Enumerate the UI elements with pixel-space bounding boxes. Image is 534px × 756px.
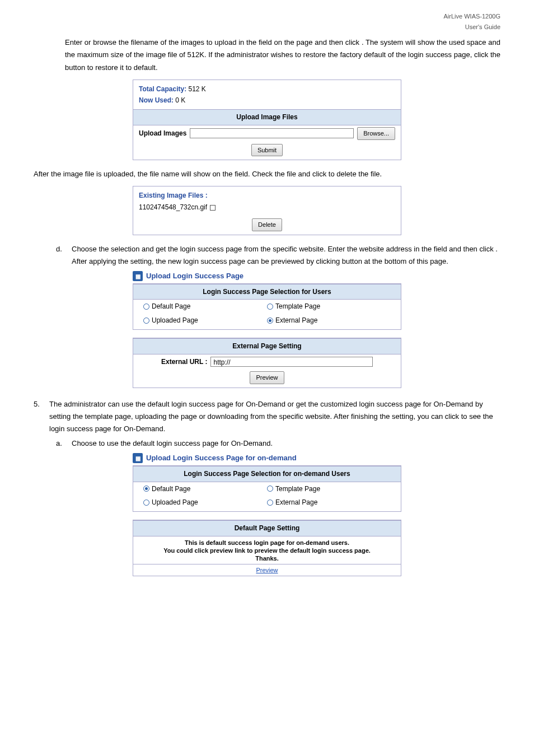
item-a-body: Choose to use the default login success … xyxy=(72,437,500,450)
text: field and then click xyxy=(434,245,496,253)
text: to use the default login success page fo… xyxy=(99,439,273,447)
text: The administrator can use the default lo… xyxy=(49,400,483,421)
option-default-page-od[interactable]: Default Page xyxy=(143,483,267,494)
upload-images-label: Upload Images xyxy=(139,128,186,139)
item-d-body: Choose the selection and get the login s… xyxy=(72,243,500,268)
text: button to restore it to default. xyxy=(65,63,158,72)
external-page-setting-panel: External Page Setting External URL : htt… xyxy=(133,338,401,388)
option-external-page-od[interactable]: External Page xyxy=(267,497,391,508)
delete-button[interactable]: Delete xyxy=(252,218,282,231)
file-checkbox[interactable] xyxy=(210,205,216,211)
option-label: Uploaded Page xyxy=(152,497,198,508)
grid-icon: ▦ xyxy=(133,271,143,281)
option-label: External Page xyxy=(275,497,317,508)
text: Choose xyxy=(72,439,99,447)
label: Total Capacity: xyxy=(139,85,186,93)
product-name: AirLive WIAS-1200G xyxy=(34,11,500,22)
option-external-page[interactable]: External Page xyxy=(267,315,391,326)
paragraph-after-upload: After the image file is uploaded, the fi… xyxy=(34,168,500,180)
text: Choose the xyxy=(72,245,111,253)
option-uploaded-page-od[interactable]: Uploaded Page xyxy=(143,497,267,508)
upload-section-title: Upload Image Files xyxy=(133,109,401,125)
external-title: External Page Setting xyxy=(133,338,401,354)
existing-files-title: Existing Image Files : xyxy=(139,192,208,199)
option-label: Default Page xyxy=(152,301,190,312)
existing-file-row: 1102474548_732cn.gif xyxy=(139,202,395,213)
option-label: Default Page xyxy=(152,483,190,494)
existing-image-panel: Existing Image Files : 1102474548_732cn.… xyxy=(133,186,401,235)
selection-title: Login Success Page Selection for on-dema… xyxy=(133,466,401,482)
text: button at the bottom of this page. xyxy=(342,257,448,265)
text: After the image file is uploaded, the fi… xyxy=(34,170,235,178)
text: field. Check the file and click xyxy=(235,170,329,178)
option-label: External Page xyxy=(275,315,317,326)
upload-file-input[interactable] xyxy=(190,128,354,138)
option-template-page[interactable]: Template Page xyxy=(267,301,391,312)
login-success-selection-panel: Login Success Page Selection for Users D… xyxy=(133,283,401,330)
msg-line: You could click preview link to preview … xyxy=(137,547,397,554)
upload-login-success-heading: ▦ Upload Login Success Page xyxy=(133,270,401,282)
text: page and then click xyxy=(297,38,362,46)
option-label: Uploaded Page xyxy=(152,315,198,326)
grid-icon: ▦ xyxy=(133,453,143,463)
submit-button[interactable]: Submit xyxy=(251,144,283,157)
browse-button[interactable]: Browse... xyxy=(357,127,395,140)
existing-file-name: 1102474548_732cn.gif xyxy=(139,203,207,211)
value: 0 K xyxy=(175,96,185,104)
paragraph-upload-intro: Enter or browse the filename of the imag… xyxy=(65,36,500,73)
label: Now Used: xyxy=(139,96,174,104)
heading-text: Upload Login Success Page for on-demand xyxy=(146,452,297,464)
preview-button[interactable]: Preview xyxy=(250,371,284,384)
external-url-label: External URL : xyxy=(161,356,207,367)
ondemand-selection-panel: Login Success Page Selection for on-dema… xyxy=(133,465,401,512)
text: selection and get the login success page… xyxy=(111,245,434,253)
option-uploaded-page[interactable]: Uploaded Page xyxy=(143,315,267,326)
msg-line: Thanks. xyxy=(137,554,397,562)
text: Enter or browse the filename of the imag… xyxy=(65,38,259,46)
list-marker-a: a. xyxy=(56,437,64,450)
list-marker-d: d. xyxy=(56,243,64,268)
default-page-setting-panel: Default Page Setting This is default suc… xyxy=(133,520,401,576)
option-default-page[interactable]: Default Page xyxy=(143,301,267,312)
doc-header: AirLive WIAS-1200G User's Guide xyxy=(34,11,500,32)
default-title: Default Page Setting xyxy=(133,520,401,536)
list-marker-5: 5. xyxy=(34,398,41,435)
preview-link[interactable]: Preview xyxy=(256,567,278,573)
text: to delete the file. xyxy=(329,170,382,178)
heading-text: Upload Login Success Page xyxy=(146,270,243,282)
option-template-page-od[interactable]: Template Page xyxy=(267,483,391,494)
external-url-input[interactable]: http:// xyxy=(210,357,373,367)
selection-title: Login Success Page Selection for Users xyxy=(133,284,401,300)
item-5-body: The administrator can use the default lo… xyxy=(49,398,500,435)
upload-ondemand-heading: ▦ Upload Login Success Page for on-deman… xyxy=(133,452,401,464)
msg-line: This is default success login page for o… xyxy=(137,539,397,547)
upload-image-panel: Total Capacity: 512 K Now Used: 0 K Uplo… xyxy=(133,80,401,161)
total-capacity: Total Capacity: 512 K xyxy=(139,83,395,95)
text: field on the xyxy=(259,38,297,46)
option-label: Template Page xyxy=(275,483,320,494)
guide-label: User's Guide xyxy=(34,22,500,32)
value: 512 K xyxy=(188,85,205,93)
option-label: Template Page xyxy=(275,301,320,312)
now-used: Now Used: 0 K xyxy=(139,95,395,106)
